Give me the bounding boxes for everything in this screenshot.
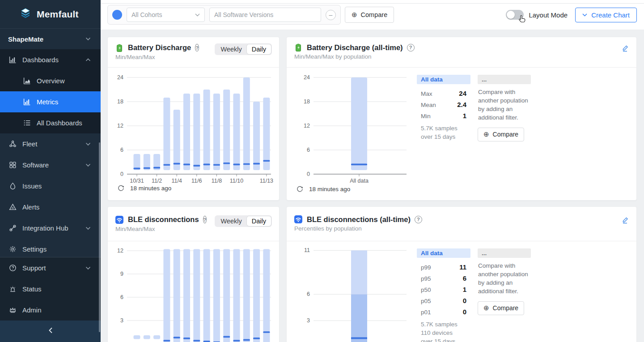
stat-row: Min1 [417,110,470,121]
create-chart-button[interactable]: Create Chart [575,8,637,22]
card-title: Battery Discharge [128,43,191,52]
stat-label: p99 [421,264,431,271]
cohorts-select-placeholder: All Cohorts [131,11,162,18]
svg-text:18: 18 [304,98,310,105]
sidebar-item-admin[interactable]: Admin [0,299,101,321]
siren-icon [9,285,17,293]
app-root: Memfault ShapeMate Dashboards Overview M… [0,0,644,342]
svg-text:6: 6 [307,147,310,153]
sidebar-collapse-button[interactable] [0,321,101,342]
bar-chart-icon [9,56,17,64]
compare-hint-text: Compare with another population by addin… [478,262,531,296]
card-subtitle: Min/Mean/Max [115,226,208,232]
sidebar-item-dashboards[interactable]: Dashboards [0,49,101,70]
stat-row: p501 [417,284,470,295]
sidebar-item-status[interactable]: Status [0,278,101,299]
sidebar-item-settings[interactable]: Settings [0,239,101,260]
stat-value: 11 [459,263,466,271]
compare-button[interactable]: ⊕ Compare [478,301,524,315]
sidebar-item-software[interactable]: Software [0,154,101,175]
weekly-tab[interactable]: Weekly [216,216,246,226]
edit-pencil-icon[interactable] [208,44,209,52]
stat-value: 0 [463,308,466,316]
card-title: Battery Discharge (all-time) [307,43,403,52]
project-selector[interactable]: ShapeMate [0,29,101,49]
weekly-tab[interactable]: Weekly [216,44,246,54]
card-subtitle: Min/Mean/Max [115,54,208,60]
plus-circle-icon: ⊕ [483,304,489,312]
crown-icon [9,306,17,314]
stat-label: p95 [421,275,431,282]
sidebar-item-metrics[interactable]: Metrics [0,91,101,112]
wifi-icon [115,215,124,224]
svg-text:11/10: 11/10 [230,178,243,184]
population-color-dot[interactable] [112,10,122,20]
stat-value: 24 [459,90,466,97]
svg-text:All data: All data [350,178,369,184]
svg-text:12: 12 [117,123,123,129]
refresh-icon[interactable] [118,185,124,192]
sidebar-item-all-dashboards[interactable]: All Dashboards [0,112,101,133]
svg-text:11/2: 11/2 [152,178,162,184]
svg-text:11: 11 [304,247,310,253]
sidebar-item-issues[interactable]: Issues [0,175,101,197]
sidebar-item-integration-hub[interactable]: Integration Hub [0,218,101,239]
memfault-logo-icon [20,8,31,21]
sidebar-item-fleet[interactable]: Fleet [0,133,101,154]
sidebar-item-overview[interactable]: Overview [0,70,101,91]
svg-text:12: 12 [117,248,123,254]
ble-disconnections-chart: 36912 [108,241,280,342]
help-icon[interactable]: ? [203,216,207,223]
logo[interactable]: Memfault [0,0,101,29]
stat-label: Max [421,90,432,97]
svg-text:6: 6 [120,294,123,300]
chevron-down-icon [85,36,91,42]
compare-button[interactable]: ⊕ Compare [345,7,394,23]
plus-circle-icon: ⊕ [483,130,489,138]
wifi-icon [294,215,303,224]
help-icon[interactable]: ? [407,44,415,51]
sidebar-item-label: Status [22,285,91,293]
population-chip: All data [417,75,470,84]
bar-chart-icon [23,98,31,106]
last-updated: 18 minutes ago [130,185,171,192]
svg-text:9: 9 [120,271,123,277]
sidebar-scrollbar[interactable] [99,142,100,332]
daily-tab[interactable]: Daily [247,44,271,54]
software-versions-input[interactable] [209,8,321,22]
stat-label: p50 [421,286,431,293]
population-filter-group: All Cohorts – [107,5,341,25]
edit-pencil-icon[interactable] [621,44,629,52]
sidebar-item-label: Overview [37,77,91,85]
sidebar-item-label: Dashboards [22,56,80,64]
stat-label: p01 [421,309,431,316]
svg-text:11/6: 11/6 [191,178,202,184]
layout-mode-label: Layout Mode [529,11,568,19]
daily-tab[interactable]: Daily [247,216,271,226]
compare-button[interactable]: ⊕ Compare [478,128,524,141]
sidebar-item-alerts[interactable]: Alerts [0,197,101,218]
sidebar-bottom-section: Support Status Admin [0,257,101,321]
filter-toolbar: All Cohorts – ⊕ Compare Layout Mode C [101,0,644,30]
remove-filter-button[interactable]: – [326,10,336,20]
edit-pencil-icon[interactable] [621,216,629,224]
sidebar-item-support[interactable]: Support [0,257,101,278]
ble-disconnections-card: BLE disconnections ? Min/Mean/Max Weekly [107,206,280,342]
cohorts-select[interactable]: All Cohorts [127,8,205,22]
svg-text:6: 6 [307,291,310,297]
chevron-down-icon [85,162,91,168]
interval-segmented-control: Weekly Daily [215,43,272,55]
samples-note: 5.7K samples over 15 days [417,121,470,141]
chevron-down-icon [195,13,200,17]
compare-chip: ... [478,75,531,84]
refresh-icon[interactable] [297,186,303,192]
battery-discharge-chart: 0612182410/3111/211/411/611/811/1011/13 [108,68,280,201]
battery-icon [115,43,124,52]
help-icon[interactable]: ? [195,44,199,51]
svg-text:11/8: 11/8 [212,178,222,184]
question-circle-icon [9,264,17,272]
help-icon[interactable]: ? [415,216,422,223]
chevron-down-icon [85,226,91,231]
stat-row: p956 [417,273,470,284]
stat-label: Min [421,113,431,120]
